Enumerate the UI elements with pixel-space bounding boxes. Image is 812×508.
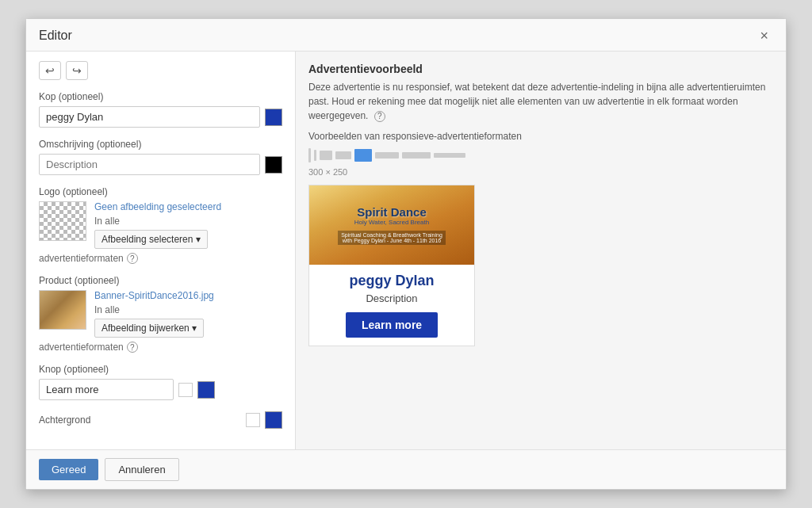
ad-card-description: Description	[319, 292, 465, 304]
kop-color-swatch[interactable]	[265, 109, 282, 126]
product-section: Product (optioneel) Banner-SpiritDance20…	[39, 275, 282, 353]
kop-section: Kop (optioneel)	[39, 91, 282, 128]
size-label: 300 × 250	[308, 167, 773, 177]
product-ad-formats-row: advertentieformaten ?	[39, 342, 282, 353]
left-panel: ↩ ↪ Kop (optioneel) Omschrijving (option…	[26, 52, 296, 449]
product-info: Banner-SpiritDance2016.jpg In alle Afbee…	[94, 290, 282, 338]
knop-row	[39, 379, 282, 400]
right-panel: Advertentievoorbeeld Deze advertentie is…	[296, 52, 786, 449]
omschrijving-input-row	[39, 154, 282, 175]
logo-help-icon[interactable]: ?	[127, 253, 138, 264]
achtergrond-section: Achtergrond	[39, 411, 282, 429]
editor-modal: Editor × ↩ ↪ Kop (optioneel) Omschrijvin…	[25, 18, 787, 490]
preview-help-icon[interactable]: ?	[374, 111, 385, 122]
product-preview	[39, 290, 86, 330]
kop-input-row	[39, 106, 282, 128]
achtergrond-color-blue[interactable]	[265, 411, 282, 429]
omschrijving-section: Omschrijving (optioneel)	[39, 139, 282, 175]
product-row: Banner-SpiritDance2016.jpg In alle Afbee…	[39, 290, 282, 338]
size-bar-4[interactable]	[335, 151, 351, 159]
omschrijving-label: Omschrijving (optioneel)	[39, 139, 282, 150]
modal-footer: Gereed Annuleren	[26, 449, 786, 489]
ad-banner-title: Spirit Dance	[357, 205, 427, 219]
modal-header: Editor ×	[26, 19, 786, 52]
toolbar: ↩ ↪	[39, 61, 282, 80]
logo-placeholder-text: Geen afbeelding geselecteerd	[94, 201, 282, 212]
kop-label: Kop (optioneel)	[39, 91, 282, 102]
ad-banner-text: Spiritual Coaching & Breathwork Training…	[338, 231, 446, 245]
kop-input[interactable]	[39, 106, 260, 128]
preview-description: Deze advertentie is nu responsief, wat b…	[308, 80, 773, 123]
logo-in-alle: In alle	[94, 216, 282, 227]
product-label: Product (optioneel)	[39, 275, 282, 286]
product-ad-formats-text: advertentieformaten	[39, 342, 124, 353]
knop-color-blue[interactable]	[197, 381, 215, 399]
logo-select-button[interactable]: Afbeelding selecteren ▾	[94, 230, 208, 249]
ad-learn-more-button[interactable]: Learn more	[346, 312, 438, 338]
logo-row: Geen afbeelding geselecteerd In alle Afb…	[39, 201, 282, 249]
gereed-button[interactable]: Gereed	[39, 459, 98, 480]
ad-banner-image: Spirit Dance Holy Water, Sacred Breath S…	[309, 185, 474, 265]
preview-title: Advertentievoorbeeld	[308, 63, 773, 75]
achtergrond-label: Achtergrond	[39, 414, 241, 426]
knop-label: Knop (optioneel)	[39, 364, 282, 375]
product-preview-img	[40, 291, 86, 329]
logo-info: Geen afbeelding geselecteerd In alle Afb…	[94, 201, 282, 249]
size-bar-2[interactable]	[314, 150, 316, 161]
logo-section: Logo (optioneel) Geen afbeelding geselec…	[39, 186, 282, 264]
annuleren-button[interactable]: Annuleren	[105, 458, 178, 481]
size-bar-6[interactable]	[375, 152, 399, 159]
ad-card-body: peggy Dylan Description Learn more	[309, 265, 474, 346]
product-img-name: Banner-SpiritDance2016.jpg	[94, 290, 282, 301]
ad-card: Spirit Dance Holy Water, Sacred Breath S…	[308, 185, 475, 346]
format-sizes	[308, 148, 773, 162]
logo-ad-formats-text: advertentieformaten	[39, 253, 124, 264]
redo-button[interactable]: ↪	[66, 61, 88, 80]
knop-section: Knop (optioneel)	[39, 364, 282, 400]
ad-banner-subtitle: Holy Water, Sacred Breath	[354, 219, 429, 226]
size-bar-8[interactable]	[434, 153, 465, 158]
size-bar-3[interactable]	[320, 151, 332, 160]
modal-body: ↩ ↪ Kop (optioneel) Omschrijving (option…	[26, 52, 786, 449]
size-bar-7[interactable]	[402, 152, 431, 159]
size-bar-5[interactable]	[354, 149, 372, 162]
logo-ad-formats-row: advertentieformaten ?	[39, 253, 282, 264]
logo-preview	[39, 201, 86, 241]
undo-button[interactable]: ↩	[39, 61, 61, 80]
modal-title: Editor	[39, 29, 72, 43]
product-help-icon[interactable]: ?	[127, 342, 138, 353]
modal-close-button[interactable]: ×	[755, 27, 773, 44]
knop-color-white[interactable]	[178, 383, 193, 397]
omschrijving-color-swatch[interactable]	[265, 156, 282, 174]
product-update-button[interactable]: Afbeelding bijwerken ▾	[94, 319, 204, 338]
logo-label: Logo (optioneel)	[39, 186, 282, 197]
knop-input[interactable]	[39, 379, 174, 400]
size-bar-1[interactable]	[308, 148, 311, 162]
omschrijving-input[interactable]	[39, 154, 260, 175]
ad-card-name: peggy Dylan	[319, 273, 465, 289]
achtergrond-color-white[interactable]	[246, 413, 260, 427]
achtergrond-row: Achtergrond	[39, 411, 282, 429]
format-label: Voorbeelden van responsieve-advertentief…	[308, 131, 773, 142]
product-in-alle: In alle	[94, 304, 282, 315]
